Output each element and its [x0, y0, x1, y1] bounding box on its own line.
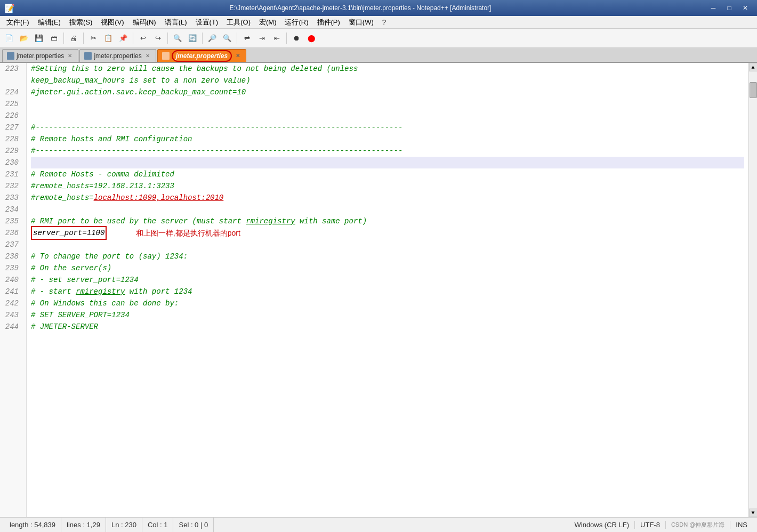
- status-ins: INS: [730, 521, 753, 529]
- tab-2-icon: [84, 52, 92, 60]
- code-text-7: #---------------------------------------…: [31, 145, 402, 157]
- code-line-8: [31, 157, 744, 168]
- code-line-13: # RMI port to be used by the server (mus…: [31, 215, 744, 227]
- menu-encode[interactable]: 编码(N): [128, 17, 160, 28]
- status-encoding: UTF-8: [635, 521, 666, 529]
- code-line-5: #---------------------------------------…: [31, 122, 744, 133]
- status-lines: lines : 1,29: [61, 518, 106, 532]
- tb-indent[interactable]: ⇥: [255, 31, 269, 45]
- tb-wrap[interactable]: ⇌: [240, 31, 254, 45]
- menu-macro[interactable]: 宏(M): [255, 17, 281, 28]
- menu-tools[interactable]: 工具(O): [222, 17, 255, 28]
- tb-sep1: [63, 33, 64, 44]
- line-num-5: 227: [4, 122, 22, 133]
- tb-paste[interactable]: 📌: [116, 31, 130, 45]
- tb-print[interactable]: 🖨: [67, 31, 80, 45]
- tb-saveall[interactable]: 🗃: [47, 31, 61, 45]
- tab-3-close[interactable]: ✕: [234, 52, 241, 60]
- code-text-11: #remote_hosts=: [31, 192, 94, 204]
- code-text-5: #---------------------------------------…: [31, 122, 402, 133]
- tb-save[interactable]: 💾: [32, 31, 46, 45]
- line-num-10: 232: [4, 180, 22, 192]
- code-line-10: #remote_hosts=192.168.213.1:3233: [31, 180, 744, 192]
- tb-zoom-out[interactable]: 🔍: [220, 31, 234, 45]
- menu-plugins[interactable]: 插件(P): [313, 17, 344, 28]
- close-button[interactable]: ✕: [738, 3, 753, 13]
- line-num-6: 228: [4, 133, 22, 145]
- line-num-0: 223: [4, 63, 22, 75]
- code-line-12: [31, 204, 744, 215]
- line-num-20: 242: [4, 297, 22, 309]
- menu-search[interactable]: 搜索(S): [65, 17, 96, 28]
- tb-open[interactable]: 📂: [17, 31, 31, 45]
- tb-macro[interactable]: ⏺: [289, 31, 303, 45]
- tb-replace[interactable]: 🔄: [186, 31, 199, 45]
- annotation-arrow: [111, 227, 131, 239]
- tab-2-label: jmeter.properties: [94, 52, 141, 60]
- code-line-22: # JMETER-SERVER: [31, 321, 744, 333]
- tb-find[interactable]: 🔍: [171, 31, 184, 45]
- tab-1-close[interactable]: ✕: [66, 52, 74, 60]
- tb-zoom-in[interactable]: 🔎: [205, 31, 219, 45]
- tb-redo[interactable]: ↪: [151, 31, 165, 45]
- tab-1[interactable]: jmeter.properties ✕: [2, 49, 78, 62]
- code-line-14: server_port=1100 和上图一样,都是执行机器的port: [31, 227, 744, 239]
- menu-lang[interactable]: 语言(L): [160, 17, 191, 28]
- scroll-up[interactable]: ▲: [749, 63, 758, 71]
- code-line-9: # Remote Hosts - comma delimited: [31, 168, 744, 180]
- tb-new[interactable]: 📄: [2, 31, 16, 45]
- line-num-18: 240: [4, 274, 22, 286]
- status-ln: Ln : 230: [106, 518, 142, 532]
- window-title: E:\Jmeter\Agent\Agent2\apache-jmeter-3.1…: [15, 4, 706, 12]
- tab-1-label: jmeter.properties: [17, 52, 64, 60]
- tb-sep3: [133, 33, 133, 44]
- scroll-thumb[interactable]: [750, 82, 757, 98]
- line-num-19: 241: [4, 286, 22, 297]
- line-num-13: 235: [4, 215, 22, 227]
- code-text-17: # On the server(s): [31, 262, 111, 274]
- code-text-10: #remote_hosts=192.168.213.1:3233: [31, 180, 174, 192]
- line-num-7: 229: [4, 145, 22, 157]
- menu-window[interactable]: 窗口(W): [344, 17, 378, 28]
- scrollbar: ▲ ▼: [748, 63, 757, 517]
- code-line-18: # - set server_port=1234: [31, 274, 744, 286]
- menu-settings[interactable]: 设置(T): [191, 17, 223, 28]
- code-line-2: #jmeter.gui.action.save.keep_backup_max_…: [31, 86, 744, 98]
- scroll-down[interactable]: ▼: [749, 509, 758, 517]
- title-bar: 📝 E:\Jmeter\Agent\Agent2\apache-jmeter-3…: [0, 0, 757, 16]
- code-line-15: [31, 239, 744, 251]
- line-num-8: 230: [4, 157, 22, 168]
- code-line-6: # Remote hosts and RMI configuration: [31, 133, 744, 145]
- code-text-18: # - set server_port=1234: [31, 274, 139, 286]
- minimize-button[interactable]: ─: [706, 3, 721, 13]
- menu-view[interactable]: 视图(V): [96, 17, 128, 28]
- menu-run[interactable]: 运行(R): [280, 17, 312, 28]
- tab-2-close[interactable]: ✕: [144, 52, 151, 60]
- code-line-4: [31, 110, 744, 122]
- tb-cut[interactable]: ✂: [86, 31, 100, 45]
- tb-sep2: [83, 33, 84, 44]
- tab-3[interactable]: jmeter.properties ✕: [157, 49, 246, 62]
- menu-edit[interactable]: 编辑(E): [34, 17, 65, 28]
- tb-sep6: [237, 33, 237, 44]
- tb-sep5: [202, 33, 203, 44]
- menu-help[interactable]: ?: [378, 17, 390, 27]
- code-line-16: # To change the port to (say) 1234:: [31, 251, 744, 262]
- code-text-13: # RMI port to be used by the server (mus…: [31, 215, 246, 227]
- code-line-17: # On the server(s): [31, 262, 744, 274]
- tab-2[interactable]: jmeter.properties ✕: [79, 49, 156, 62]
- tb-unindent[interactable]: ⇤: [270, 31, 284, 45]
- code-line-20: # On Windows this can be done by:: [31, 297, 744, 309]
- menu-file[interactable]: 文件(F): [2, 17, 34, 28]
- line-num-16: 238: [4, 251, 22, 262]
- maximize-button[interactable]: □: [722, 3, 737, 13]
- tb-undo[interactable]: ↩: [136, 31, 150, 45]
- tb-copy[interactable]: 📋: [101, 31, 115, 45]
- line-num-3: 225: [4, 98, 22, 110]
- line-num-12: 234: [4, 204, 22, 215]
- status-sel: Sel : 0 | 0: [173, 518, 214, 532]
- tb-rec[interactable]: ⬤: [304, 31, 318, 45]
- status-bar: length : 54,839 lines : 1,29 Ln : 230 Co…: [0, 517, 757, 532]
- status-length: length : 54,839: [4, 518, 61, 532]
- editor-content[interactable]: #Setting this to zero will cause the bac…: [27, 63, 748, 517]
